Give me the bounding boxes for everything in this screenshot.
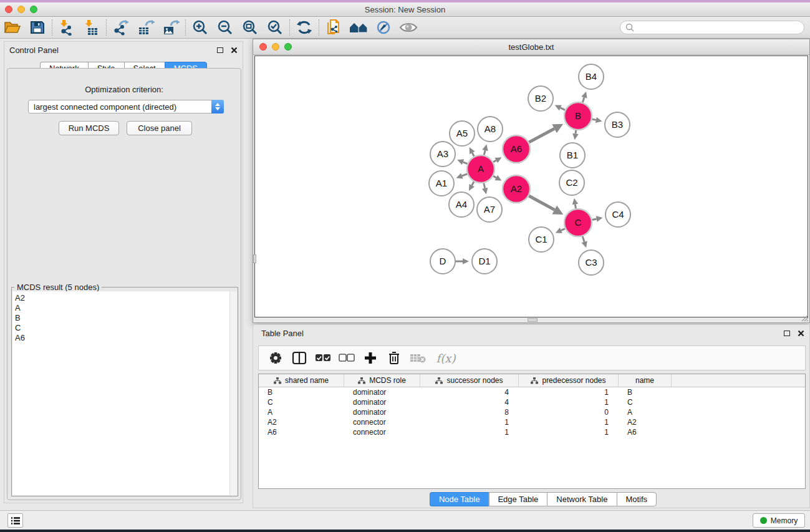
zoom-out-button[interactable]: [213, 18, 238, 37]
result-item[interactable]: C: [15, 323, 229, 333]
table-cell[interactable]: 1: [420, 427, 519, 437]
horizontal-scrollbar[interactable]: [254, 318, 808, 322]
close-panel-button[interactable]: Close panel: [127, 121, 192, 135]
graph-edge-A-A6[interactable]: [493, 160, 496, 162]
table-cell[interactable]: A: [619, 407, 672, 417]
graph-edge-C-C4[interactable]: [592, 219, 597, 220]
add-row-button[interactable]: [361, 349, 380, 367]
graph-edge-A-A7[interactable]: [484, 183, 485, 188]
table-settings-button[interactable]: [266, 349, 285, 367]
graph-edge-A2-C[interactable]: [529, 196, 554, 210]
table-row[interactable]: Cdominator41C: [259, 397, 805, 407]
show-graphics-details-button[interactable]: [396, 18, 421, 37]
table-cell[interactable]: B: [259, 387, 344, 397]
task-history-button[interactable]: [7, 513, 23, 528]
zoom-selected-button[interactable]: [263, 18, 287, 37]
table-cell[interactable]: connector: [344, 417, 420, 427]
table-row[interactable]: Adominator80A: [259, 407, 805, 417]
save-session-button[interactable]: [25, 18, 50, 37]
table-cell[interactable]: 1: [420, 417, 519, 427]
run-mcds-button[interactable]: Run MCDS: [59, 121, 119, 135]
result-item[interactable]: A2: [15, 293, 229, 303]
open-session-button[interactable]: [0, 18, 25, 37]
network-close-button[interactable]: [259, 43, 267, 51]
mcds-result-list[interactable]: A2ABCA6: [12, 291, 229, 495]
table-cell[interactable]: 1: [519, 427, 619, 437]
table-cell[interactable]: 4: [420, 397, 519, 407]
memory-button[interactable]: Memory: [753, 513, 805, 528]
graph-edge-A-A3[interactable]: [463, 162, 468, 164]
network-zoom-button[interactable]: [284, 43, 292, 51]
graph-edge-A-A1[interactable]: [462, 174, 468, 176]
tab-edge-table[interactable]: Edge Table: [488, 492, 547, 506]
table-cell[interactable]: 0: [519, 407, 619, 417]
graph-edge-A-A5[interactable]: [472, 153, 474, 157]
column-header-successor-nodes[interactable]: successor nodes: [420, 374, 519, 387]
close-table-panel-icon[interactable]: [798, 330, 804, 337]
table-cell[interactable]: A6: [259, 427, 344, 437]
graph-edge-C-C2[interactable]: [575, 205, 576, 209]
houses-button[interactable]: [346, 18, 371, 37]
refresh-button[interactable]: [292, 18, 317, 37]
column-header-predecessor-nodes[interactable]: predecessor nodes: [519, 374, 619, 387]
vertical-scrollbar-thumb[interactable]: [253, 254, 256, 263]
tab-network-table[interactable]: Network Table: [547, 492, 616, 506]
float-table-panel-icon[interactable]: [784, 331, 790, 336]
resize-handle-icon[interactable]: [801, 314, 809, 322]
delete-table-button[interactable]: [408, 349, 427, 367]
horizontal-scrollbar-thumb[interactable]: [528, 318, 538, 322]
table-cell[interactable]: C: [259, 397, 344, 407]
table-cell[interactable]: A: [259, 407, 344, 417]
copy-network-button[interactable]: [321, 18, 346, 37]
table-row[interactable]: A2connector11A2: [259, 417, 805, 427]
table-cell[interactable]: 8: [420, 407, 519, 417]
graph-edge-A-A4[interactable]: [472, 181, 474, 185]
graph-edge-A6-B[interactable]: [529, 128, 554, 142]
table-cell[interactable]: connector: [344, 427, 420, 437]
search-input[interactable]: [637, 23, 804, 32]
graph-edge-C-C1[interactable]: [561, 229, 565, 231]
table-cell[interactable]: 4: [420, 387, 519, 397]
result-item[interactable]: A6: [15, 333, 229, 343]
graph-edge-C-C3[interactable]: [582, 236, 584, 242]
export-network-button[interactable]: [108, 18, 133, 37]
deselect-all-columns-button[interactable]: [337, 349, 356, 367]
column-header-mcds-role[interactable]: MCDS role: [344, 374, 420, 387]
table-row[interactable]: Bdominator41B: [259, 387, 805, 397]
delete-row-button[interactable]: [385, 349, 403, 367]
table-cell[interactable]: C: [619, 397, 672, 407]
table-cell[interactable]: A2: [619, 417, 672, 427]
table-cell[interactable]: dominator: [344, 387, 420, 397]
table-cell[interactable]: A2: [259, 417, 344, 427]
network-minimize-button[interactable]: [272, 43, 279, 51]
export-table-button[interactable]: [133, 18, 158, 37]
graph-edge-A-A2[interactable]: [493, 176, 496, 178]
show-columns-button[interactable]: [290, 349, 309, 367]
criterion-dropdown[interactable]: largest connected component (directed): [28, 100, 224, 114]
table-cell[interactable]: dominator: [344, 397, 420, 407]
result-scrollbar[interactable]: [229, 291, 237, 495]
column-header-shared-name[interactable]: shared name: [259, 374, 344, 387]
import-table-button[interactable]: [79, 18, 104, 37]
table-cell[interactable]: B: [619, 387, 672, 397]
table-cell[interactable]: 1: [519, 397, 619, 407]
select-all-columns-button[interactable]: [314, 349, 332, 367]
zoom-fit-button[interactable]: [238, 18, 263, 37]
graph-edge-A-A8[interactable]: [484, 150, 485, 155]
table-cell[interactable]: dominator: [344, 407, 420, 417]
result-item[interactable]: A: [15, 303, 229, 313]
close-panel-icon[interactable]: [231, 47, 238, 54]
result-item[interactable]: B: [15, 313, 229, 323]
hide-labels-button[interactable]: [371, 18, 396, 37]
export-image-button[interactable]: [158, 18, 183, 37]
import-network-button[interactable]: [54, 18, 79, 37]
graph-edge-B-B4[interactable]: [582, 97, 584, 102]
network-canvas[interactable]: AA1A2A3A4A5A6A7A8BB1B2B3B4CC1C2C3C4DD1: [254, 56, 808, 317]
float-panel-icon[interactable]: [217, 47, 223, 53]
tab-motifs[interactable]: Motifs: [616, 492, 657, 506]
graph-edge-B-B1[interactable]: [576, 130, 576, 134]
function-builder-button[interactable]: f(x): [432, 349, 460, 367]
column-header-name[interactable]: name: [619, 374, 672, 387]
table-cell[interactable]: A6: [619, 427, 672, 437]
zoom-in-button[interactable]: [188, 18, 213, 37]
